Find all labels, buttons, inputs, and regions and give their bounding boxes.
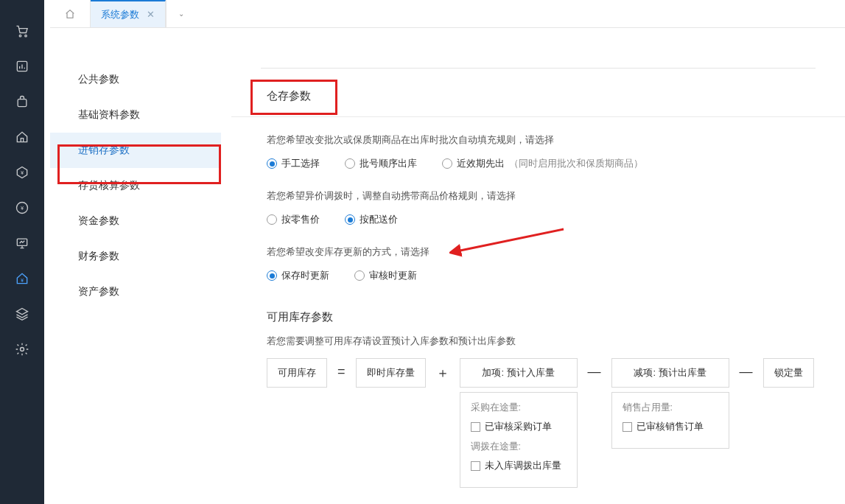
menu-label: 基础资料参数 <box>78 108 140 122</box>
nav-bag-icon[interactable] <box>0 84 44 119</box>
batch-rule-block: 若您希望改变批次或保质期商品在出库时批次自动填充规则，请选择 手工选择 批号顺序… <box>231 117 845 170</box>
menu-item-public[interactable]: 公共参数 <box>50 62 221 97</box>
radio-icon <box>345 158 355 169</box>
menu-label: 进销存参数 <box>78 144 130 157</box>
section-title: 仓存参数 <box>231 69 845 117</box>
nav-money-icon[interactable]: ¥ <box>0 190 44 225</box>
minus-icon: — <box>740 358 753 379</box>
svg-point-0 <box>19 35 21 36</box>
main-content: 仓存参数 若您希望改变批次或保质期商品在出库时批次自动填充规则，请选择 手工选择… <box>228 62 845 504</box>
tab-system-params[interactable]: 系统参数 ✕ <box>91 0 166 27</box>
radio-delivery[interactable]: 按配送价 <box>345 213 398 226</box>
checkbox-icon <box>471 461 480 471</box>
svg-text:¥: ¥ <box>21 278 24 283</box>
radio-label: 手工选择 <box>281 157 320 170</box>
nav-finance-icon[interactable]: ¥ <box>0 261 44 296</box>
sub-panel: 销售占用量: 已审核销售订单 <box>611 392 729 449</box>
add-head: 加项: 预计入库量 <box>460 358 578 388</box>
icon-sidebar: ¥ ¥ ¥ <box>0 0 44 504</box>
menu-label: 公共参数 <box>78 73 119 86</box>
radio-batch-seq[interactable]: 批号顺序出库 <box>345 157 417 170</box>
checkbox-label: 未入库调拨出库量 <box>485 459 561 472</box>
radio-label: 按配送价 <box>360 213 398 226</box>
svg-point-9 <box>21 348 24 351</box>
nav-home-icon[interactable] <box>0 119 44 155</box>
group-label: 销售占用量: <box>623 402 718 414</box>
setting-label: 若您希望改变库存更新的方式，请选择 <box>267 245 845 259</box>
radio-label: 审核时更新 <box>369 269 417 282</box>
nav-wallet-icon[interactable]: ¥ <box>0 155 44 190</box>
menu-label: 财务参数 <box>78 250 119 263</box>
radio-icon <box>345 214 355 225</box>
tab-bar: 系统参数 ✕ ⌄ <box>50 0 845 28</box>
nav-presentation-icon[interactable] <box>0 225 44 261</box>
minus-icon: — <box>588 358 601 379</box>
plus-icon: ＋ <box>436 358 449 382</box>
checkbox-label: 已审核销售订单 <box>637 420 704 433</box>
tab-home-icon[interactable] <box>50 0 91 27</box>
settings-menu: 公共参数 基础资料参数 进销存参数 存货核算参数 资金参数 财务参数 资产参数 <box>50 62 221 309</box>
radio-icon <box>442 158 452 169</box>
tab-label: 系统参数 <box>101 8 139 21</box>
checkbox-icon <box>623 422 632 432</box>
checkbox-sales-audited[interactable]: 已审核销售订单 <box>623 420 718 433</box>
menu-item-funds[interactable]: 资金参数 <box>50 203 221 239</box>
menu-item-assets[interactable]: 资产参数 <box>50 274 221 309</box>
menu-item-inventory[interactable]: 存货核算参数 <box>50 168 221 203</box>
radio-icon <box>267 270 277 281</box>
price-rule-block: 若您希望异价调拨时，调整自动携带商品价格规则，请选择 按零售价 按配送价 <box>231 173 845 226</box>
radio-on-save[interactable]: 保存时更新 <box>267 269 329 282</box>
radio-on-audit[interactable]: 审核时更新 <box>354 269 417 282</box>
svg-rect-3 <box>18 99 27 107</box>
checkbox-label: 已审核采购订单 <box>485 420 552 433</box>
menu-label: 存货核算参数 <box>78 179 140 192</box>
stock-update-block: 若您希望改变库存更新的方式，请选择 保存时更新 审核时更新 <box>231 229 845 282</box>
radio-expiry[interactable]: 近效期先出（同时启用批次和保质期商品） <box>442 157 643 170</box>
group-label: 采购在途量: <box>471 402 567 414</box>
checkbox-purchase-audited[interactable]: 已审核采购订单 <box>471 420 567 433</box>
add-panel: 采购在途量: 已审核采购订单 调拨在途量: 未入库调拨出库量 <box>460 392 578 488</box>
menu-label: 资金参数 <box>78 214 119 228</box>
svg-text:¥: ¥ <box>21 170 24 175</box>
section-sub-title: 可用库存参数 <box>231 285 845 324</box>
nav-layers-icon[interactable] <box>0 296 44 332</box>
equals-icon: = <box>337 358 346 379</box>
setting-label: 若您希望改变批次或保质期商品在出库时批次自动填充规则，请选择 <box>267 133 845 147</box>
checkbox-icon <box>471 422 480 432</box>
formula-lhs: 可用库存 <box>267 358 327 388</box>
formula-base: 即时库存量 <box>356 358 426 388</box>
svg-text:¥: ¥ <box>21 206 24 211</box>
nav-settings-icon[interactable] <box>0 332 44 367</box>
formula-add-column: 加项: 预计入库量 采购在途量: 已审核采购订单 调拨在途量: 未入库调拨出库量 <box>460 358 578 488</box>
radio-hint: （同时启用批次和保质期商品） <box>509 157 643 170</box>
sub-head: 减项: 预计出库量 <box>611 358 729 388</box>
tab-dropdown-icon[interactable]: ⌄ <box>166 0 195 27</box>
radio-label: 按零售价 <box>281 213 320 226</box>
radio-retail[interactable]: 按零售价 <box>267 213 320 226</box>
radio-label: 保存时更新 <box>281 269 329 282</box>
available-formula: 可用库存 = 即时库存量 ＋ 加项: 预计入库量 采购在途量: 已审核采购订单 … <box>231 348 845 488</box>
radio-icon <box>267 214 277 225</box>
radio-icon <box>354 270 365 281</box>
radio-label: 近效期先出 <box>457 157 505 170</box>
checkbox-transfer-out[interactable]: 未入库调拨出库量 <box>471 459 567 472</box>
nav-cart-icon[interactable] <box>0 13 44 49</box>
close-icon[interactable]: ✕ <box>147 9 155 20</box>
formula-sub-column: 减项: 预计出库量 销售占用量: 已审核销售订单 <box>611 358 729 449</box>
setting-label: 若您希望异价调拨时，调整自动携带商品价格规则，请选择 <box>267 189 845 203</box>
menu-item-psi[interactable]: 进销存参数 <box>50 133 221 168</box>
svg-point-1 <box>25 35 27 36</box>
menu-item-basic[interactable]: 基础资料参数 <box>50 97 221 133</box>
radio-icon <box>267 158 277 169</box>
radio-manual[interactable]: 手工选择 <box>267 157 320 170</box>
nav-report-icon[interactable] <box>0 49 44 84</box>
group-label: 调拨在途量: <box>471 441 567 453</box>
menu-label: 资产参数 <box>78 285 119 298</box>
menu-item-finance[interactable]: 财务参数 <box>50 239 221 274</box>
radio-label: 批号顺序出库 <box>360 157 417 170</box>
available-hint: 若您需要调整可用库存请设置预计入库参数和预计出库参数 <box>231 324 845 348</box>
formula-lock: 锁定量 <box>763 358 814 388</box>
